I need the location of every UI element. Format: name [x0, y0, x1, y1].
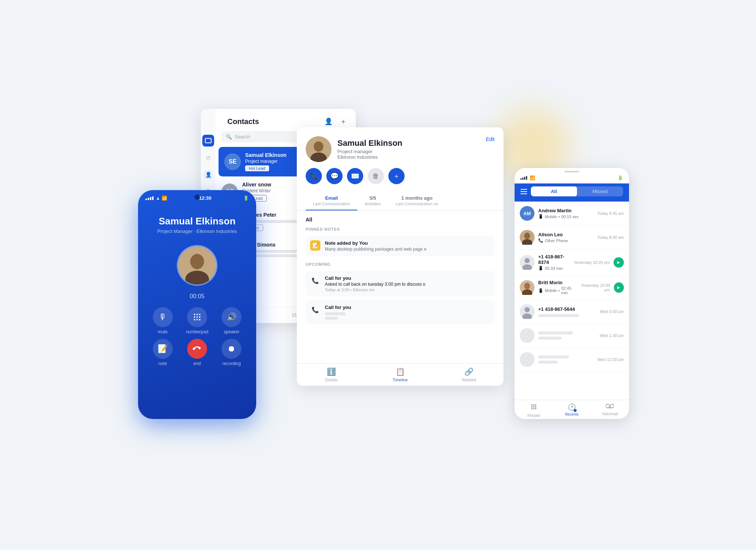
signal-indicators: ▲ 📶 [145, 196, 167, 201]
note-button[interactable]: 📝 note [149, 339, 176, 366]
panel-handle [564, 171, 579, 172]
note-icon-circle: 📝 [153, 339, 173, 359]
upcoming-meta-1: Today at 3:00 • Elkinson Inc [325, 288, 425, 292]
mute-button[interactable]: 🎙 mute [149, 307, 176, 334]
upcoming-title-2: Call for you [325, 305, 351, 310]
pinned-notes-label: PINNED NOTES [306, 227, 495, 231]
timeline-icon: 📋 [396, 367, 405, 376]
svg-point-16 [524, 233, 530, 239]
name-andrew: Andrew Martin [538, 208, 594, 213]
time-unknown1: Yesterday 10:20 pm [574, 260, 610, 265]
recording-button[interactable]: ⏺ recording [218, 339, 245, 366]
recent-item-andrew[interactable]: AM Andrew Martin 📱 Mobile • 00:15 sec To… [515, 202, 629, 226]
skeleton-detail-1 [538, 337, 561, 340]
add-contact-icon[interactable]: 👤 [323, 116, 334, 127]
sidebar-icon-clock[interactable]: ⏱ [204, 154, 213, 163]
skeleton-detail-2 [538, 361, 558, 364]
contact-avatar-samual: SE [224, 154, 241, 170]
tab-last-comm[interactable]: 1 months ago Last Communication on [388, 192, 446, 210]
phone-notch [195, 195, 200, 200]
recording-icon-circle: ⏺ [221, 339, 241, 359]
info-britt: Britt Morin 📱 Mobile • 02:45 min [538, 280, 571, 295]
note-content: Note added by You Many desktop publishin… [325, 240, 427, 252]
nav-timeline[interactable]: 📋 Timeline [366, 364, 435, 386]
keypad-icon [530, 403, 537, 412]
upcoming-item-2: 📞 Call for you [306, 300, 495, 324]
svg-point-29 [535, 404, 536, 406]
phone-caller-info: Project Manager · Elkinson Industries [145, 228, 249, 234]
hamburger-menu[interactable] [520, 189, 527, 194]
detail-andrew: 📱 Mobile • 00:15 sec [538, 214, 594, 219]
speaker-icon-circle: 🔊 [221, 307, 241, 327]
other-phone-icon: 📞 [538, 238, 543, 243]
avatar-unknown1 [520, 255, 535, 270]
more-action-button[interactable]: ＋ [388, 168, 405, 184]
profile-company: Elkinson Industries [337, 154, 402, 160]
recents-nav-item[interactable]: 🕐 Recents [553, 403, 591, 417]
note-icon: 📝 [310, 240, 320, 251]
svg-point-8 [199, 314, 200, 315]
end-call-button[interactable]: end [183, 339, 210, 366]
recent-item-unknown2[interactable]: +1 418-867-5644 Wed 5:00 pm [515, 300, 629, 324]
svg-point-31 [533, 406, 535, 408]
speaker-button[interactable]: 🔊 speaker [218, 307, 245, 334]
upcoming-item-1-content: Call for you Asked to call back on tuesd… [325, 275, 425, 292]
chat-action-button[interactable]: 💬 [326, 168, 343, 184]
phone-time: 12:30 [199, 195, 211, 201]
upcoming-section: UPCOMING 📞 Call for you Asked to call ba… [306, 262, 495, 324]
keypad-nav-item[interactable]: Keypad [515, 403, 553, 417]
end-call-icon-circle [187, 339, 207, 359]
recents-bottom-nav: Keypad 🕐 Recents Voicemail [515, 400, 629, 419]
delete-action-button[interactable]: 🗑 [368, 168, 384, 184]
recent-item-britt[interactable]: Britt Morin 📱 Mobile • 02:45 min Yesterd… [515, 275, 629, 300]
email-action-button[interactable]: ✉️ [347, 168, 363, 184]
hamburger-line-2 [520, 191, 527, 192]
action-icons: 📞 💬 ✉️ 🗑 ＋ [297, 168, 504, 192]
tab-missed[interactable]: Missed [577, 186, 623, 196]
avatar-skeleton2 [520, 352, 535, 367]
detail-tabs: Email Last Communication 5/5 Activities … [297, 192, 504, 211]
profile-name: Samual Elkinson [337, 138, 402, 148]
recents-panel: 📶 🔋 All Missed AM An [515, 168, 629, 419]
battery-icon: 🔋 [243, 196, 249, 201]
skeleton-name-1 [538, 331, 573, 334]
call-action-button[interactable]: 📞 [306, 168, 322, 184]
recent-item-unknown1[interactable]: +1 418-867-8374 📱 05:33 min Yesterday 10… [515, 250, 629, 275]
play-button-britt[interactable]: ▶ [614, 282, 624, 293]
numberpad-button[interactable]: numberpad [183, 307, 210, 334]
detail-alison: 📞 Other Phone [538, 238, 594, 243]
voicemail-nav-item[interactable]: Voicemail [591, 403, 629, 417]
details-icon: ℹ️ [327, 367, 336, 376]
upcoming-item-1: 📞 Call for you Asked to call back on tue… [306, 271, 495, 296]
avatar-skeleton1 [520, 328, 535, 343]
time-britt: Yesterday 10:00 pm [575, 283, 610, 292]
svg-point-30 [531, 406, 533, 408]
tab-activities[interactable]: 5/5 Activities [357, 192, 388, 210]
svg-point-36 [606, 404, 609, 408]
plus-icon[interactable]: ＋ [338, 116, 348, 127]
search-placeholder: Search [235, 134, 250, 140]
phone-avatar-wrap [138, 245, 256, 286]
wifi-icon: 📶 [162, 196, 167, 201]
nav-details[interactable]: ℹ️ Details [297, 364, 366, 386]
svg-point-32 [535, 406, 536, 408]
note-preview: Many desktop publishing packages and web… [325, 247, 427, 252]
info-skeleton1 [538, 331, 596, 340]
time-skeleton2: Wed 12:20 pm [598, 357, 624, 362]
contacts-title: Contacts [227, 117, 323, 126]
recents-label: Recents [565, 412, 579, 416]
detail-britt: 📱 Mobile • 02:45 min [538, 286, 571, 295]
nav-related[interactable]: 🔗 Related [434, 364, 504, 386]
sidebar-icon-contacts[interactable]: 👤 [204, 170, 213, 179]
edit-button[interactable]: Edit [486, 136, 495, 142]
play-button-unknown1[interactable]: ▶ [614, 257, 624, 268]
tab-email[interactable]: Email Last Communication [306, 192, 357, 210]
svg-point-22 [524, 283, 530, 289]
detail-unknown1: 📱 05:33 min [538, 266, 570, 271]
svg-point-28 [533, 404, 535, 406]
nav-related-label: Related [462, 378, 476, 382]
svg-point-6 [194, 314, 195, 315]
recent-item-alison[interactable]: Alison Leo 📞 Other Phone Today 8:00 am [515, 226, 629, 250]
svg-point-33 [531, 408, 533, 409]
tab-all[interactable]: All [531, 186, 577, 196]
